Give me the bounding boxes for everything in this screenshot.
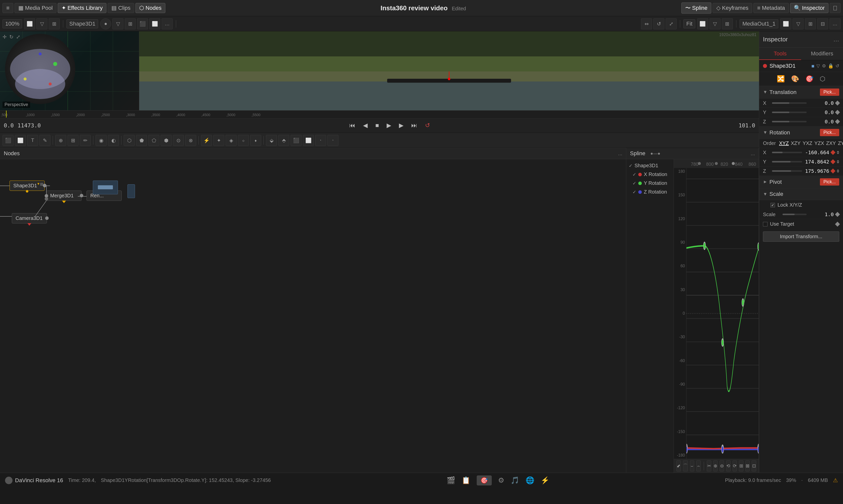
fx-tool-1[interactable]: ⚡ [201, 135, 212, 146]
translation-x-value[interactable]: 0.0 [809, 100, 834, 106]
spline-item-zrot[interactable]: ✓ Z Rotation [626, 187, 674, 196]
spline-more-btn[interactable]: ... [751, 151, 755, 157]
viewer-right[interactable]: 1920x3860x3uhoz81 [139, 31, 759, 110]
tab-modifiers[interactable]: Modifiers [801, 48, 843, 60]
monitor-btn[interactable]: ⎕ [830, 3, 841, 13]
nodes-more-btn[interactable]: ... [618, 151, 622, 157]
spline-tool-7[interactable]: ⊖ [720, 461, 724, 471]
mask-tool-6[interactable]: ⊗ [185, 135, 196, 146]
keyframe-4[interactable] [758, 243, 759, 250]
spline-tool-12[interactable]: ⊡ [752, 461, 756, 471]
unknown-node[interactable] [93, 181, 118, 194]
bottom-icon-4[interactable]: ⚙ [498, 476, 504, 484]
zrot-kf-3[interactable] [758, 446, 759, 453]
extra-tool-3[interactable]: ⬛ [291, 135, 302, 146]
rotation-z-up[interactable] [837, 169, 839, 171]
translation-x-slider[interactable] [772, 102, 807, 104]
fx-tool-5[interactable]: ⬧ [250, 135, 261, 146]
bottom-icon-1[interactable]: 🎬 [446, 476, 455, 484]
rotate-tool[interactable]: ↻ [9, 34, 14, 40]
rotation-y-slider[interactable] [772, 161, 802, 162]
node-btn-5[interactable]: ⬜ [149, 18, 160, 29]
use-target-checkbox[interactable] [763, 222, 768, 227]
metadata-btn[interactable]: ≡ Metadata [753, 3, 789, 13]
mask-tool-4[interactable]: ⬢ [161, 135, 172, 146]
bottom-icon-2[interactable]: 📋 [462, 476, 470, 484]
fx-tool-3[interactable]: ◈ [226, 135, 236, 146]
node-lock-icon[interactable]: 🔒 [828, 63, 833, 69]
order-yxz[interactable]: YXZ [803, 140, 812, 146]
spline-tool-5[interactable]: ✂ [707, 461, 711, 471]
fx-tool-2[interactable]: ✦ [213, 135, 224, 146]
bottom-icon-7[interactable]: ⚡ [541, 476, 549, 484]
right-view-btn-2[interactable]: ▽ [709, 18, 721, 29]
camera3d1-out[interactable] [45, 216, 49, 220]
check-xrot[interactable]: ✓ [632, 172, 636, 177]
play-btn[interactable]: ▶ [385, 121, 393, 130]
scale-diamond[interactable] [835, 212, 840, 217]
translation-x-diamond[interactable] [835, 101, 840, 106]
inspector-btn[interactable]: 🔍 Inspector [790, 3, 829, 13]
extra-tool-1[interactable]: ⬙ [266, 135, 277, 146]
transform-tool[interactable]: ⊕ [55, 135, 66, 146]
pivot-section-header[interactable]: ▼ Pivot Pick... [759, 176, 843, 188]
spline-tool-10[interactable]: ⊞ [739, 461, 743, 471]
rotation-x-diamond[interactable] [830, 150, 836, 155]
bottom-icon-active[interactable]: 🎯 [477, 475, 492, 485]
translation-z-diamond[interactable] [835, 119, 840, 124]
view-mode-btn-1[interactable]: ⬜ [24, 18, 35, 29]
shader-tab-icon[interactable]: ⬡ [820, 75, 825, 83]
node-btn-3[interactable]: ⊞ [125, 18, 136, 29]
spline-item-shape3d1[interactable]: ✓ Shape3D1 [626, 161, 674, 170]
select-tool[interactable]: ⬛ [2, 135, 14, 146]
position-tab-icon[interactable]: 🎯 [805, 75, 813, 83]
mask-tool-2[interactable]: ⬟ [136, 135, 147, 146]
edit-tool[interactable]: ✎ [39, 135, 50, 146]
translation-z-value[interactable]: 0.0 [809, 119, 834, 125]
zrot-kf-2[interactable] [722, 446, 724, 453]
rotation-y-down[interactable] [837, 162, 839, 163]
text-tool[interactable]: T [27, 135, 38, 146]
spline-btn[interactable]: 〜 Spline [681, 2, 711, 14]
translation-y-value[interactable]: 0.0 [809, 109, 834, 115]
merge3d1-in-2[interactable] [45, 197, 48, 201]
spline-tool-8[interactable]: ⟲ [726, 461, 731, 471]
check-yrot[interactable]: ✓ [632, 181, 636, 186]
menu-btn[interactable]: ≡ [2, 3, 13, 13]
next-frame-btn[interactable]: ▶ [397, 121, 405, 130]
node-refresh-icon[interactable]: ↺ [836, 63, 839, 69]
right-view-btn-3[interactable]: ⊞ [722, 18, 733, 29]
rotation-z-value[interactable]: 175.9676 [804, 168, 829, 174]
scale-slider[interactable] [783, 214, 807, 215]
rotation-y-diamond[interactable] [830, 159, 836, 164]
go-start-btn[interactable]: ⏮ [347, 121, 357, 130]
merge3d1-node[interactable]: Merge3D1 [47, 191, 82, 201]
go-end-btn[interactable]: ⏭ [409, 121, 419, 130]
handle-icon-1[interactable]: ●—● [650, 151, 660, 156]
zoom-display[interactable]: 100% [2, 19, 22, 28]
clips-btn[interactable]: ▤ Clips [108, 3, 134, 13]
scale-value[interactable]: 1.0 [809, 211, 834, 217]
merge3d1-out[interactable] [80, 194, 83, 197]
mask-tool-5[interactable]: ⊙ [173, 135, 184, 146]
translation-y-diamond[interactable] [835, 110, 840, 115]
spline-tool-3[interactable]: ⌣ [690, 461, 695, 471]
keyframe-1[interactable] [703, 242, 706, 250]
viewer-left[interactable]: Perspective ✛ ↻ ⤢ [0, 31, 139, 110]
spline-tool-4[interactable]: ⌢ [696, 461, 701, 471]
view-mode-btn-2[interactable]: ▽ [36, 18, 48, 29]
use-target-diamond[interactable] [835, 222, 840, 227]
bottom-icon-5[interactable]: 🎵 [511, 476, 519, 484]
extra-tool-6[interactable]: ⬞ [328, 135, 338, 146]
right-view-btn-1[interactable]: ⬜ [697, 18, 708, 29]
tab-tools[interactable]: Tools [759, 48, 801, 60]
node-btn-6[interactable]: … [162, 18, 173, 29]
fit-display[interactable]: Fit [683, 19, 695, 28]
spline-tool-9[interactable]: ⟳ [733, 461, 737, 471]
scale-tool[interactable]: ⤢ [16, 34, 20, 40]
rotation-section-header[interactable]: ▼ Rotation Pick... [759, 126, 843, 139]
rotation-pick-btn[interactable]: Pick... [820, 129, 839, 136]
rotation-y-value[interactable]: 174.8642 [804, 159, 829, 165]
rotation-y-up[interactable] [837, 160, 839, 161]
trim-tool[interactable]: ⬜ [15, 135, 26, 146]
